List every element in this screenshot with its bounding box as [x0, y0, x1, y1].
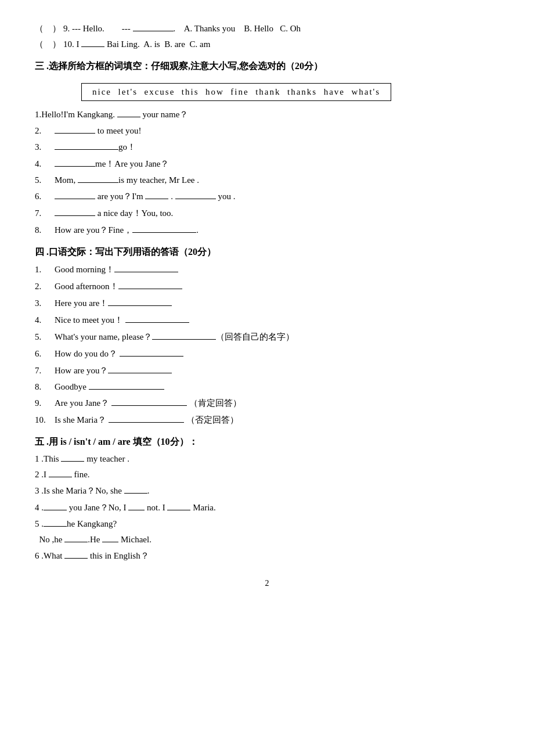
section5-item-2: 2 .I fine.	[35, 470, 499, 480]
s4-q10-blank[interactable]	[109, 422, 184, 423]
s3-q5-blank[interactable]	[78, 182, 118, 183]
section5-item-4: 4 . you Jane？No, I not. I Maria.	[35, 502, 499, 513]
s3-q8-blank[interactable]	[132, 232, 196, 233]
section4-item-10: 10. Is she Maria？ （否定回答）	[35, 415, 499, 426]
q9-label: 9. --- Hello. --- .	[63, 23, 175, 34]
section3-item-1: 1.Hello!I'm Kangkang. your name？	[35, 109, 499, 120]
s4-q6-text: How do you do？	[55, 348, 183, 359]
section3-item-4: 4. me！Are you Jane？	[35, 159, 499, 170]
q10-blank[interactable]	[81, 46, 104, 47]
s5-q6-text: 6 .What this in English？	[35, 550, 149, 561]
q9-blank[interactable]	[133, 31, 174, 31]
s4-q1-blank[interactable]	[114, 272, 178, 272]
section5-item-5: 5 .he Kangkang?	[35, 519, 499, 529]
s5-q1-text: 1 .This my teacher .	[35, 454, 129, 464]
s3-q2-blank[interactable]	[55, 133, 95, 134]
s3-q1-text: 1.Hello!I'm Kangkang. your name？	[35, 109, 188, 120]
s4-q4-text: Nice to meet you！	[55, 315, 189, 326]
bracket-9: （ ）	[35, 23, 61, 34]
section3-item-2: 2. to meet you!	[35, 126, 499, 136]
section3-item-8: 8. How are you？Fine，.	[35, 225, 499, 236]
s5-q4-text: 4 . you Jane？No, I not. I Maria.	[35, 502, 216, 513]
page-number: 2	[35, 579, 499, 588]
section5-item-5b: No ,he .He Michael.	[35, 535, 499, 545]
s4-q1-text: Good morning！	[55, 264, 178, 275]
section5-item-6: 6 .What this in English？	[35, 550, 499, 561]
s5-q4-blank1[interactable]	[44, 510, 67, 510]
word-box-content: nice let's excuse this how fine thank th…	[81, 83, 391, 101]
s5-q2-blank[interactable]	[49, 477, 72, 477]
s5-q5b-blank2[interactable]	[102, 542, 118, 542]
s3-q7-blank[interactable]	[55, 215, 95, 216]
section4-item-9: 9. Are you Jane？ （肯定回答）	[35, 398, 499, 409]
s3-q8-text: How are you？Fine，.	[55, 225, 199, 236]
s4-q3-blank[interactable]	[108, 305, 172, 306]
section4-item-8: 8. Goodbye	[35, 382, 499, 392]
section4-item-6: 6. How do you do？	[35, 348, 499, 359]
s4-q9-text: Are you Jane？ （肯定回答）	[55, 398, 241, 409]
section5-item-1: 1 .This my teacher .	[35, 454, 499, 464]
s4-q10-text: Is she Maria？ （否定回答）	[55, 415, 239, 426]
s5-q6-blank[interactable]	[64, 558, 88, 559]
section3-item-5: 5. Mom, is my teacher, Mr Lee .	[35, 175, 499, 185]
s4-q2-blank[interactable]	[118, 289, 182, 289]
s3-q2-text: to meet you!	[55, 126, 142, 136]
s3-q6-blank1[interactable]	[55, 199, 95, 199]
section5-title: 五 .用 is / isn't / am / are 填空（10分）：	[35, 436, 499, 448]
s4-q8-text: Goodbye	[55, 382, 164, 392]
section3-title: 三 .选择所给方框的词填空：仔细观察,注意大小写,您会选对的（20分）	[35, 60, 499, 73]
q10-text: 10. I Bai Ling. A. is B. are C. am	[63, 39, 210, 49]
s3-q3-blank[interactable]	[55, 149, 118, 150]
s3-q4-text: me！Are you Jane？	[55, 159, 169, 170]
q9-options: A. Thanks you B. Hello C. Oh	[178, 24, 301, 34]
s3-q3-text: go！	[55, 142, 136, 153]
s3-q4-blank[interactable]	[55, 166, 95, 167]
s3-q7-text: a nice day！You, too.	[55, 208, 173, 219]
s5-q4-blank2[interactable]	[128, 510, 145, 510]
s3-q5-text: Mom, is my teacher, Mr Lee .	[55, 175, 199, 185]
s3-q6-blank3[interactable]	[175, 199, 216, 199]
word-box: nice let's excuse this how fine thank th…	[35, 78, 499, 109]
section4-item-4: 4. Nice to meet you！	[35, 315, 499, 326]
s3-q6-text: are you？I'm . you .	[55, 191, 235, 202]
question-9: （ ） 9. --- Hello. --- . A. Thanks you B.…	[35, 23, 499, 34]
section4-item-7: 7. How are you？	[35, 365, 499, 376]
section4-item-1: 1. Good morning！	[35, 264, 499, 275]
s4-q9-blank[interactable]	[111, 405, 187, 406]
s5-q5b-blank1[interactable]	[64, 542, 88, 542]
s4-q4-blank[interactable]	[125, 322, 189, 323]
s5-q5-blank[interactable]	[44, 526, 67, 527]
s4-q2-text: Good afternoon！	[55, 281, 182, 292]
section4-item-5: 5. What's your name, please？（回答自己的名字）	[35, 332, 499, 343]
section3-item-3: 3. go！	[35, 142, 499, 153]
s5-q5b-text: No ,he .He Michael.	[35, 535, 151, 545]
bracket-10: （ ）	[35, 39, 61, 50]
s5-q2-text: 2 .I fine.	[35, 470, 90, 480]
s4-q7-text: How are you？	[55, 365, 172, 376]
section3-item-6: 6. are you？I'm . you .	[35, 191, 499, 202]
s5-q3-blank[interactable]	[124, 493, 147, 494]
section4-title: 四 .口语交际：写出下列用语的答语（20分）	[35, 246, 499, 258]
section5-item-3: 3 .Is she Maria？No, she .	[35, 485, 499, 496]
s5-q1-blank[interactable]	[61, 461, 84, 462]
s5-q3-text: 3 .Is she Maria？No, she .	[35, 485, 149, 496]
s4-q5-blank[interactable]	[152, 339, 216, 340]
question-10: （ ） 10. I Bai Ling. A. is B. are C. am	[35, 39, 499, 50]
section3-item-7: 7. a nice day！You, too.	[35, 208, 499, 219]
s4-q6-blank[interactable]	[120, 356, 183, 357]
s3-q1-blank[interactable]	[117, 117, 140, 117]
s4-q3-text: Here you are！	[55, 298, 172, 309]
s5-q5-text: 5 .he Kangkang?	[35, 519, 117, 529]
s4-q5-text: What's your name, please？（回答自己的名字）	[55, 332, 294, 343]
s3-q6-blank2[interactable]	[145, 199, 168, 199]
section4-item-3: 3. Here you are！	[35, 298, 499, 309]
section4-item-2: 2. Good afternoon！	[35, 281, 499, 292]
s5-q4-blank3[interactable]	[167, 510, 190, 510]
s4-q8-blank[interactable]	[89, 389, 164, 390]
s4-q7-blank[interactable]	[108, 373, 172, 373]
